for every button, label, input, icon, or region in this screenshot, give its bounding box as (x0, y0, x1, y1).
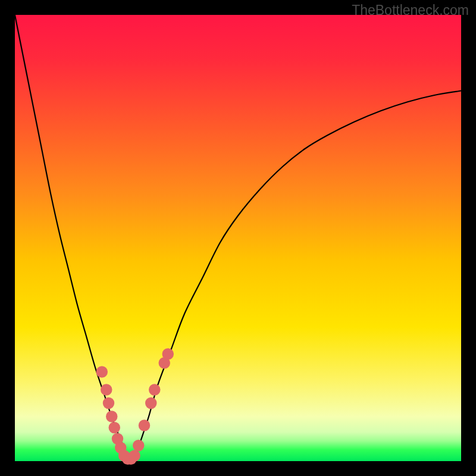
curve-marker (109, 422, 121, 434)
bottleneck-curve (15, 15, 461, 461)
curve-marker (103, 397, 115, 409)
curve-marker (139, 419, 151, 431)
curve-marker (129, 450, 140, 462)
curve-marker (133, 440, 145, 452)
curve-marker (96, 366, 108, 378)
chart-frame: TheBottleneck.com (0, 0, 476, 476)
curve-marker (106, 411, 118, 422)
curve-marker (145, 397, 157, 409)
curve-marker (101, 384, 112, 396)
curve-marker (162, 348, 174, 360)
chart-svg (15, 15, 461, 461)
curve-marker (149, 384, 161, 396)
